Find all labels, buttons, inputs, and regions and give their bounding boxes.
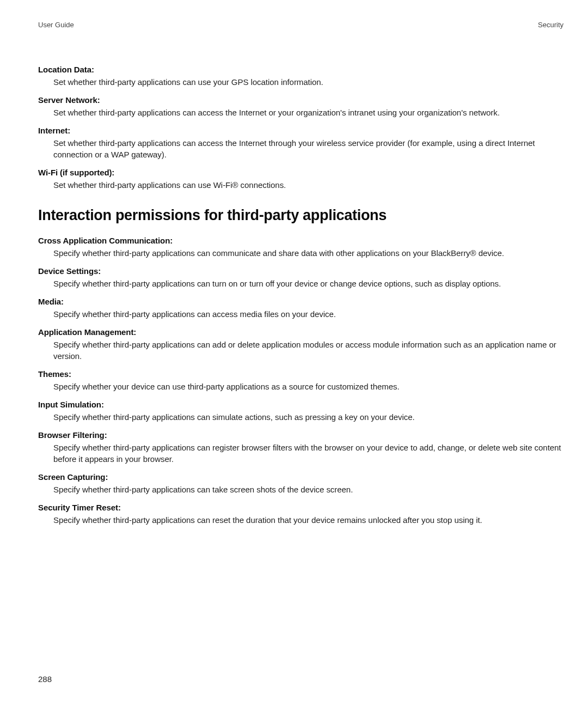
definition-desc: Specify whether your device can use thir…	[53, 381, 564, 392]
definition-item: Input Simulation: Specify whether third-…	[38, 400, 564, 423]
section-heading-interaction-permissions: Interaction permissions for third-party …	[38, 207, 564, 224]
definition-desc: Set whether third-party applications can…	[53, 76, 564, 88]
definition-desc: Set whether third-party applications can…	[53, 107, 564, 118]
definition-desc: Specify whether third-party applications…	[53, 247, 564, 259]
definition-item: Location Data: Set whether third-party a…	[38, 65, 564, 88]
definition-item: Device Settings: Specify whether third-p…	[38, 266, 564, 289]
definition-term: Wi-Fi (if supported):	[38, 168, 564, 177]
definition-term: Cross Application Communication:	[38, 236, 564, 245]
definition-item: Cross Application Communication: Specify…	[38, 236, 564, 259]
definition-term: Server Network:	[38, 95, 564, 105]
definition-desc: Specify whether third-party applications…	[53, 411, 564, 423]
definition-item: Server Network: Set whether third-party …	[38, 95, 564, 118]
definition-term: Themes:	[38, 369, 564, 379]
definition-term: Screen Capturing:	[38, 472, 564, 482]
definition-item: Application Management: Specify whether …	[38, 327, 564, 362]
definition-desc: Specify whether third-party applications…	[53, 442, 564, 465]
page-content: User Guide Security Location Data: Set w…	[38, 21, 564, 684]
page-number: 288	[38, 674, 52, 684]
definition-term: Security Timer Reset:	[38, 503, 564, 512]
definition-item: Screen Capturing: Specify whether third-…	[38, 472, 564, 495]
definition-desc: Set whether third-party applications can…	[53, 179, 564, 191]
definition-item: Themes: Specify whether your device can …	[38, 369, 564, 392]
definition-desc: Specify whether third-party applications…	[53, 278, 564, 289]
definition-term: Input Simulation:	[38, 400, 564, 409]
definition-desc: Specify whether third-party applications…	[53, 308, 564, 320]
definition-term: Media:	[38, 297, 564, 306]
definition-term: Device Settings:	[38, 266, 564, 276]
section-interaction-permissions: Cross Application Communication: Specify…	[38, 236, 564, 526]
definition-item: Media: Specify whether third-party appli…	[38, 297, 564, 320]
section-connection-permissions: Location Data: Set whether third-party a…	[38, 65, 564, 191]
definition-term: Browser Filtering:	[38, 430, 564, 440]
definition-term: Application Management:	[38, 327, 564, 337]
definition-desc: Set whether third-party applications can…	[53, 137, 564, 160]
definition-desc: Specify whether third-party applications…	[53, 339, 564, 362]
definition-item: Security Timer Reset: Specify whether th…	[38, 503, 564, 526]
page-header: User Guide Security	[38, 21, 564, 29]
definition-item: Internet: Set whether third-party applic…	[38, 126, 564, 160]
header-right: Security	[538, 21, 564, 29]
definition-item: Browser Filtering: Specify whether third…	[38, 430, 564, 465]
definition-item: Wi-Fi (if supported): Set whether third-…	[38, 168, 564, 191]
definition-term: Internet:	[38, 126, 564, 135]
definition-desc: Specify whether third-party applications…	[53, 484, 564, 495]
header-left: User Guide	[38, 21, 74, 29]
definition-term: Location Data:	[38, 65, 564, 74]
definition-desc: Specify whether third-party applications…	[53, 514, 564, 526]
